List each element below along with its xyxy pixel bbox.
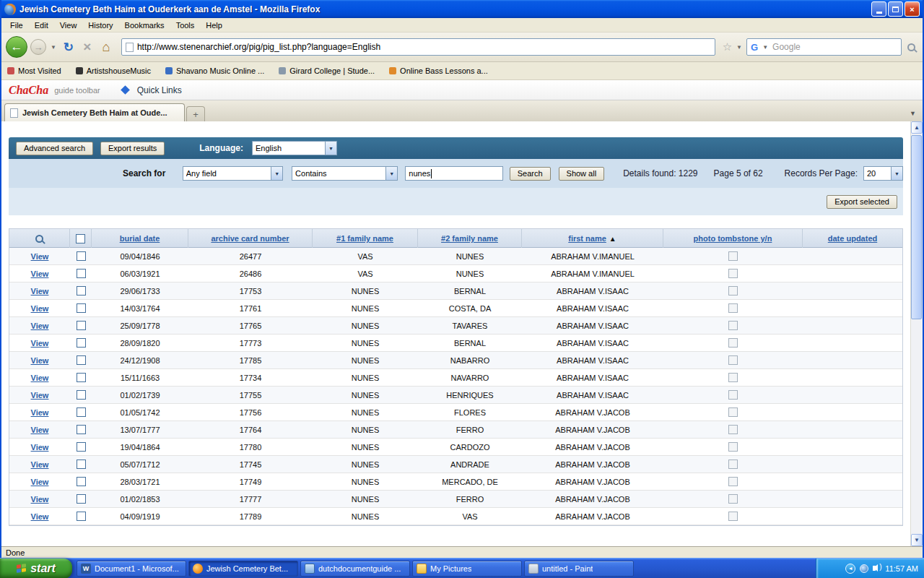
chevron-down-icon[interactable]: ▼ — [385, 167, 397, 180]
menu-item[interactable]: View — [54, 20, 83, 31]
view-link[interactable]: View — [31, 426, 49, 434]
row-select-checkbox[interactable] — [77, 303, 86, 313]
menu-item[interactable]: Help — [200, 20, 228, 31]
view-link[interactable]: View — [31, 408, 49, 417]
column-header-date-updated[interactable]: date updated — [828, 234, 877, 243]
taskbar-item[interactable]: My Pictures — [412, 561, 522, 577]
row-select-checkbox[interactable] — [77, 338, 86, 348]
taskbar-item[interactable]: untitled - Paint — [524, 561, 634, 577]
column-header-family2[interactable]: #2 family name — [441, 234, 498, 243]
restore-button[interactable] — [888, 1, 903, 17]
sort-asc-icon[interactable]: ▲ — [609, 235, 616, 243]
menu-item[interactable]: File — [4, 20, 29, 31]
row-select-checkbox[interactable] — [77, 512, 86, 521]
search-button[interactable]: Search — [510, 167, 551, 181]
view-link[interactable]: View — [31, 252, 49, 261]
quick-links-button[interactable]: Quick Links — [137, 85, 182, 95]
export-results-button[interactable]: Export results — [100, 142, 165, 155]
tray-collapse-icon[interactable]: ◄ — [845, 564, 855, 574]
start-button[interactable]: start — [0, 558, 72, 578]
bookmark-item[interactable]: Online Bass Lessons a... — [389, 66, 488, 75]
view-link[interactable]: View — [31, 495, 49, 504]
bookmark-star-icon[interactable]: ☆ — [723, 40, 732, 53]
search-placeholder[interactable]: Google — [772, 42, 897, 52]
taskbar-item[interactable]: Document1 - Microsof... — [77, 561, 186, 577]
row-select-checkbox[interactable] — [77, 251, 86, 261]
chevron-down-icon[interactable]: ▼ — [325, 142, 336, 155]
row-select-checkbox[interactable] — [77, 407, 86, 417]
vertical-scrollbar[interactable]: ▲ ▼ — [910, 121, 923, 546]
view-link[interactable]: View — [31, 391, 49, 400]
taskbar-item[interactable]: Jewish Cemetery Bet... — [188, 561, 298, 577]
view-link[interactable]: View — [31, 269, 49, 278]
view-link[interactable]: View — [31, 374, 49, 382]
bookmark-item[interactable]: Shavano Music Online ... — [165, 66, 264, 75]
view-link[interactable]: View — [31, 287, 49, 296]
bookmark-item[interactable]: Girard College | Stude... — [279, 66, 375, 75]
reload-button[interactable]: ↻ — [61, 40, 77, 55]
field-select[interactable]: Any field ▼ — [183, 166, 283, 181]
url-bar[interactable]: http://www.stenenarchief.org/pig/pig_lis… — [121, 38, 715, 56]
home-button[interactable]: ⌂ — [98, 40, 114, 55]
row-select-checkbox[interactable] — [77, 321, 86, 330]
taskbar-item[interactable]: dutchdocumentguide ... — [300, 561, 410, 577]
bookmark-item[interactable]: Most Visited — [7, 66, 61, 75]
chevron-down-icon[interactable]: ▼ — [891, 167, 902, 180]
view-link[interactable]: View — [31, 322, 49, 330]
tab-active[interactable]: Jewish Cemetery Beth Haim at Oude... — [4, 103, 185, 121]
column-header-burial-date[interactable]: burial date — [120, 234, 160, 243]
volume-icon[interactable] — [873, 566, 876, 571]
operator-select[interactable]: Contains ▼ — [292, 166, 398, 181]
view-link[interactable]: View — [31, 304, 49, 313]
view-link[interactable]: View — [31, 478, 49, 486]
column-header-photo[interactable]: photo tombstone y/n — [694, 234, 772, 243]
history-dropdown-icon[interactable]: ▼ — [49, 44, 58, 51]
scrollbar-thumb[interactable] — [911, 135, 922, 319]
forward-button[interactable]: → — [30, 39, 46, 55]
bookmark-dropdown-icon[interactable]: ▼ — [735, 44, 744, 51]
column-header-card-number[interactable]: archive card number — [211, 234, 289, 243]
advanced-search-button[interactable]: Advanced search — [16, 142, 93, 155]
search-go-icon[interactable] — [907, 43, 915, 51]
search-engine-dropdown-icon[interactable]: ▼ — [761, 44, 770, 51]
view-link[interactable]: View — [31, 443, 49, 452]
row-select-checkbox[interactable] — [77, 425, 86, 434]
row-select-checkbox[interactable] — [77, 373, 86, 382]
row-select-checkbox[interactable] — [77, 477, 86, 486]
list-all-tabs-icon[interactable]: ▼ — [906, 108, 920, 118]
view-link[interactable]: View — [31, 339, 49, 348]
menu-item[interactable]: Edit — [29, 20, 54, 31]
stop-button[interactable]: × — [79, 39, 95, 55]
menu-item[interactable]: Tools — [170, 20, 201, 31]
menu-item[interactable]: History — [82, 20, 118, 31]
query-input[interactable]: nunes — [405, 166, 502, 181]
scroll-down-icon[interactable]: ▼ — [911, 534, 923, 546]
language-select[interactable]: English ▼ — [252, 141, 337, 155]
row-select-checkbox[interactable] — [77, 442, 86, 452]
view-link[interactable]: View — [31, 512, 49, 521]
url-text[interactable]: http://www.stenenarchief.org/pig/pig_lis… — [137, 42, 711, 52]
bookmark-item[interactable]: ArtistshouseMusic — [76, 66, 151, 75]
select-all-checkbox[interactable] — [76, 234, 85, 243]
row-select-checkbox[interactable] — [77, 460, 86, 469]
column-header-first-name[interactable]: first name — [568, 234, 606, 243]
view-link[interactable]: View — [31, 356, 49, 365]
scroll-up-icon[interactable]: ▲ — [911, 121, 923, 134]
records-per-page-select[interactable]: 20 ▼ — [863, 166, 903, 181]
scrollbar-track[interactable] — [911, 134, 923, 534]
column-header-family1[interactable]: #1 family name — [336, 234, 393, 243]
new-tab-button[interactable]: + — [186, 106, 205, 121]
view-link[interactable]: View — [31, 460, 49, 469]
row-select-checkbox[interactable] — [77, 286, 86, 296]
row-select-checkbox[interactable] — [77, 355, 86, 365]
title-bar[interactable]: Jewish Cemetery Beth Haim at Ouderkerk a… — [1, 0, 923, 18]
minimize-button[interactable] — [871, 1, 886, 17]
back-button[interactable]: ← — [6, 36, 27, 58]
row-select-checkbox[interactable] — [77, 494, 86, 504]
row-select-checkbox[interactable] — [77, 390, 86, 400]
search-input[interactable]: G ▼ Google — [746, 38, 902, 56]
export-selected-button[interactable]: Export selected — [827, 195, 897, 209]
close-button[interactable]: × — [905, 1, 920, 17]
menu-item[interactable]: Bookmarks — [119, 20, 170, 31]
network-icon[interactable] — [860, 564, 868, 573]
